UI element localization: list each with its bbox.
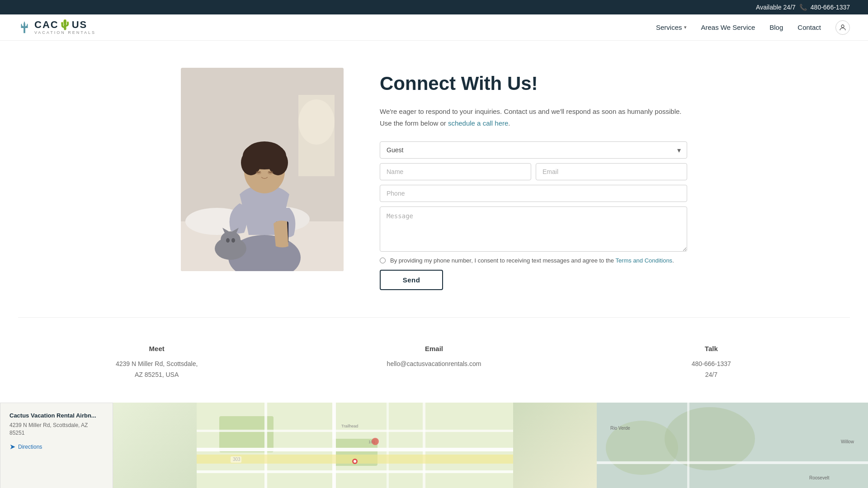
map-address: 4239 N Miller Rd, Scottsdale, AZ 85251	[9, 422, 104, 437]
contact-form: Guest Owner Other By providing my phone …	[380, 141, 687, 290]
consent-area: By providing my phone number, I consent …	[380, 256, 687, 265]
user-account-icon[interactable]	[835, 20, 850, 35]
email-block: Email hello@cactusvacationrentals.com	[295, 336, 572, 389]
name-input[interactable]	[380, 163, 531, 180]
svg-point-46	[665, 407, 755, 470]
nav-blog[interactable]: Blog	[769, 23, 783, 31]
message-textarea[interactable]	[380, 206, 687, 252]
talk-hours: 24/7	[705, 371, 717, 378]
consent-text: By providing my phone number, I consent …	[390, 256, 674, 265]
logo: CAC🌵US VACATION RENTALS	[18, 20, 96, 35]
logo-text: CAC🌵US VACATION RENTALS	[34, 20, 96, 35]
terms-link[interactable]: Terms and Conditions	[615, 257, 672, 264]
meet-address: 4239 N Miller Rd, Scottsdale, AZ 85251, …	[36, 359, 277, 380]
desc-text-start: We're eager to respond to your inquiries…	[380, 108, 682, 127]
person-illustration	[181, 68, 344, 271]
svg-rect-34	[387, 403, 389, 488]
phone-icon: 📞	[799, 4, 807, 11]
svg-point-24	[231, 238, 235, 243]
svg-rect-32	[332, 403, 336, 488]
svg-point-41	[372, 438, 379, 445]
meet-address-line2: AZ 85251, USA	[135, 371, 179, 378]
svg-rect-47	[597, 461, 868, 464]
svg-point-3	[298, 99, 335, 145]
svg-rect-30	[197, 430, 513, 432]
svg-rect-29	[197, 470, 513, 473]
svg-text:Roosevelt: Roosevelt	[809, 475, 830, 480]
main-nav: Services ▾ Areas We Service Blog Contact	[656, 20, 850, 35]
consent-radio[interactable]	[380, 258, 386, 263]
email-address: hello@cactusvacationrentals.com	[313, 359, 554, 370]
image-section	[181, 68, 344, 271]
directions-button[interactable]: ➤ Directions	[9, 442, 104, 451]
svg-point-13	[245, 147, 261, 163]
name-email-row	[380, 163, 687, 180]
desc-text-end: .	[508, 119, 510, 127]
nav-contact[interactable]: Contact	[797, 23, 821, 31]
svg-point-14	[268, 147, 284, 163]
svg-point-23	[226, 238, 230, 243]
svg-rect-48	[687, 403, 689, 488]
email-input[interactable]	[536, 163, 687, 180]
chevron-down-icon: ▾	[684, 24, 687, 30]
directions-icon: ➤	[9, 442, 15, 451]
svg-rect-37	[231, 456, 241, 463]
phone-number: 480-666-1337	[811, 4, 850, 11]
contact-info-section: Meet 4239 N Miller Rd, Scottsdale, AZ 85…	[18, 317, 850, 399]
logo-brand: CAC🌵US	[34, 20, 96, 30]
talk-label: Talk	[591, 345, 832, 352]
talk-block: Talk 480-666-1337 24/7	[573, 336, 850, 389]
header: CAC🌵US VACATION RENTALS Services ▾ Areas…	[0, 14, 868, 41]
svg-rect-28	[197, 448, 513, 451]
available-text: Available 24/7	[756, 4, 796, 11]
section-description: We're eager to respond to your inquiries…	[380, 106, 687, 129]
nav-areas[interactable]: Areas We Service	[701, 23, 755, 31]
meet-block: Meet 4239 N Miller Rd, Scottsdale, AZ 85…	[18, 336, 295, 389]
svg-point-20	[221, 231, 241, 248]
send-button[interactable]: Send	[380, 270, 443, 290]
main-content: Connect With Us! We're eager to respond …	[163, 68, 705, 290]
talk-details: 480-666-1337 24/7	[591, 359, 832, 380]
page-title: Connect With Us!	[380, 72, 687, 95]
nav-services[interactable]: Services ▾	[656, 23, 687, 31]
map-roads-svg: 303 Trailhead Sun City West 101	[113, 403, 597, 488]
email-label: Email	[313, 345, 554, 352]
svg-point-43	[354, 460, 356, 463]
contact-image	[181, 68, 344, 271]
logo-icon	[18, 20, 31, 35]
svg-rect-33	[423, 403, 425, 488]
map-center[interactable]: 303 Trailhead Sun City West 101	[113, 403, 597, 488]
map-right: Rio Verde Roosevelt Willow Salt River	[597, 403, 868, 488]
logo-sub: VACATION RENTALS	[34, 31, 96, 35]
form-section: Connect With Us! We're eager to respond …	[380, 68, 687, 290]
schedule-call-link[interactable]: schedule a call here	[448, 119, 508, 127]
svg-point-0	[841, 25, 844, 28]
map-business-name: Cactus Vacation Rental Airbn...	[9, 412, 104, 419]
svg-text:Willow: Willow	[841, 439, 854, 444]
meet-label: Meet	[36, 345, 277, 352]
map-info-panel: Cactus Vacation Rental Airbn... 4239 N M…	[0, 403, 113, 488]
top-bar: Available 24/7 📞 480-666-1337	[0, 0, 868, 14]
svg-rect-31	[264, 403, 267, 488]
map-right-svg: Rio Verde Roosevelt Willow Salt River	[597, 403, 868, 488]
svg-text:Rio Verde: Rio Verde	[610, 426, 630, 431]
map-section: Cactus Vacation Rental Airbn... 4239 N M…	[0, 403, 868, 488]
guest-type-wrapper: Guest Owner Other	[380, 141, 687, 159]
phone-input[interactable]	[380, 185, 687, 202]
guest-type-select[interactable]: Guest Owner Other	[380, 141, 687, 159]
meet-address-line1: 4239 N Miller Rd, Scottsdale,	[116, 360, 198, 367]
svg-text:Trailhead: Trailhead	[341, 424, 358, 428]
talk-phone: 480-666-1337	[692, 360, 731, 367]
